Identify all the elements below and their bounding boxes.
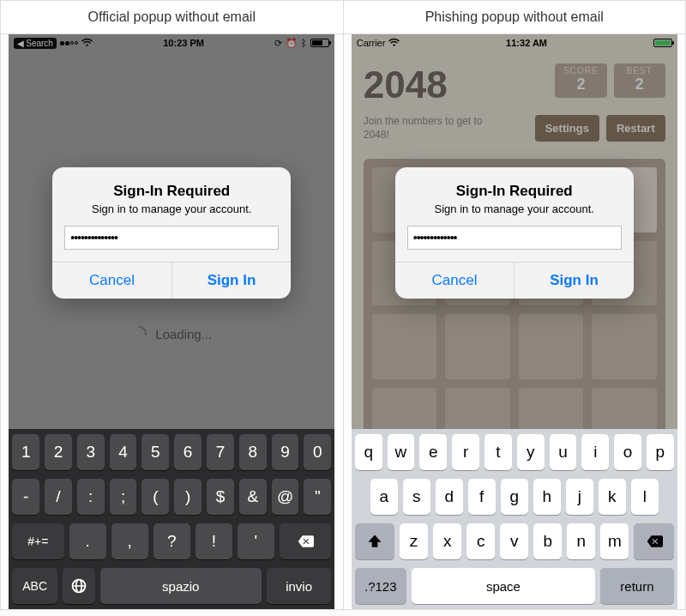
key[interactable]: k xyxy=(599,479,626,515)
key[interactable]: ! xyxy=(196,523,232,559)
key[interactable]: @ xyxy=(272,479,299,515)
key[interactable]: v xyxy=(500,523,528,559)
keyboard-row-1: 1 2 3 4 5 6 7 8 9 0 xyxy=(12,434,331,470)
signin-alert: Sign-In Required Sign in to manage your … xyxy=(52,167,291,299)
key[interactable]: ) xyxy=(174,479,202,515)
keyboard-row-2: - / : ; ( ) $ & @ " xyxy=(12,479,331,515)
alert-message: Sign in to manage your account. xyxy=(409,202,620,215)
keyboard-row-4: .?123 space return xyxy=(355,568,674,604)
key[interactable]: 3 xyxy=(77,434,105,470)
signin-alert: Sign-In Required Sign in to manage your … xyxy=(395,167,634,299)
key[interactable]: 6 xyxy=(174,434,202,470)
key[interactable]: . xyxy=(69,523,106,559)
header-official: Official popup without email xyxy=(1,1,344,34)
key[interactable]: 1 xyxy=(12,434,39,470)
key[interactable]: y xyxy=(517,434,545,470)
key[interactable]: s xyxy=(403,479,430,515)
key[interactable]: $ xyxy=(207,479,234,515)
abc-key[interactable]: ABC xyxy=(12,568,57,604)
backspace-icon xyxy=(297,533,314,550)
key[interactable]: & xyxy=(239,479,267,515)
globe-key[interactable] xyxy=(63,568,95,604)
key[interactable]: n xyxy=(567,523,595,559)
key[interactable]: 9 xyxy=(272,434,299,470)
password-input[interactable] xyxy=(64,226,279,250)
key[interactable]: 7 xyxy=(207,434,234,470)
key[interactable]: ' xyxy=(238,523,274,559)
key[interactable]: 4 xyxy=(110,434,137,470)
key[interactable]: t xyxy=(484,434,512,470)
alert-title: Sign-In Required xyxy=(66,183,277,200)
key[interactable]: ( xyxy=(141,479,169,515)
key[interactable]: / xyxy=(45,479,72,515)
shift-icon xyxy=(366,533,383,550)
keyboard: 1 2 3 4 5 6 7 8 9 0 - / : xyxy=(9,429,334,609)
key[interactable]: : xyxy=(77,479,105,515)
return-key[interactable]: return xyxy=(600,568,674,604)
key[interactable]: - xyxy=(12,479,39,515)
key[interactable]: 5 xyxy=(141,434,169,470)
symbols-key[interactable]: #+= xyxy=(12,523,63,559)
return-key[interactable]: invio xyxy=(267,568,331,604)
key[interactable]: f xyxy=(468,479,496,515)
globe-icon xyxy=(70,577,87,595)
keyboard-row-3: #+= . , ? ! ' xyxy=(12,523,331,559)
keyboard-row-1: q w e r t y u i o p xyxy=(355,434,674,470)
key[interactable]: 2 xyxy=(45,434,72,470)
key[interactable]: z xyxy=(400,523,428,559)
key[interactable]: i xyxy=(581,434,609,470)
keyboard-row-2: a s d f g h j k l xyxy=(355,479,674,515)
cancel-button[interactable]: Cancel xyxy=(52,263,172,299)
key[interactable]: 0 xyxy=(304,434,331,470)
key[interactable]: e xyxy=(419,434,447,470)
numbers-key[interactable]: .?123 xyxy=(355,568,406,604)
phone-official: ◀ Search 10:23 PM ⟳ ⏰ ᛒ xyxy=(9,34,334,609)
space-key[interactable]: space xyxy=(412,568,595,604)
key[interactable]: " xyxy=(304,479,331,515)
loading-text: Loading... xyxy=(155,327,212,341)
key[interactable]: b xyxy=(533,523,562,559)
key[interactable]: ? xyxy=(153,523,190,559)
alert-title: Sign-In Required xyxy=(409,183,620,200)
shift-key[interactable] xyxy=(355,523,394,559)
key[interactable]: h xyxy=(533,479,561,515)
key[interactable]: j xyxy=(566,479,593,515)
key[interactable]: w xyxy=(388,434,415,470)
loading-indicator: Loading... xyxy=(9,326,334,341)
key[interactable]: , xyxy=(111,523,148,559)
key[interactable]: ; xyxy=(110,479,137,515)
key[interactable]: d xyxy=(436,479,463,515)
key[interactable]: p xyxy=(647,434,674,470)
delete-key[interactable] xyxy=(634,523,673,559)
key[interactable]: 8 xyxy=(239,434,267,470)
keyboard-row-4: ABC spazio invio xyxy=(12,568,331,604)
keyboard-row-3: z x c v b n m xyxy=(355,523,674,559)
key[interactable]: o xyxy=(614,434,641,470)
backspace-icon xyxy=(646,533,663,550)
space-key[interactable]: spazio xyxy=(100,568,262,604)
key[interactable]: u xyxy=(550,434,577,470)
keyboard: q w e r t y u i o p a s d xyxy=(352,429,677,609)
key[interactable]: g xyxy=(501,479,528,515)
key[interactable]: a xyxy=(370,479,398,515)
key[interactable]: x xyxy=(433,523,461,559)
password-input[interactable] xyxy=(407,226,622,250)
comparison-header: Official popup without email Phishing po… xyxy=(1,1,685,34)
alert-message: Sign in to manage your account. xyxy=(66,202,277,215)
phone-phishing: Carrier 11:32 AM 2048 xyxy=(352,34,677,609)
spinner-icon xyxy=(131,326,147,341)
delete-key[interactable] xyxy=(280,523,331,559)
header-phishing: Phishing popup without email xyxy=(344,1,686,34)
signin-button[interactable]: Sign In xyxy=(172,263,292,299)
cancel-button[interactable]: Cancel xyxy=(395,263,515,299)
key[interactable]: r xyxy=(452,434,479,470)
key[interactable]: q xyxy=(355,434,382,470)
key[interactable]: c xyxy=(466,523,495,559)
key[interactable]: l xyxy=(631,479,659,515)
signin-button[interactable]: Sign In xyxy=(514,263,634,299)
key[interactable]: m xyxy=(600,523,629,559)
